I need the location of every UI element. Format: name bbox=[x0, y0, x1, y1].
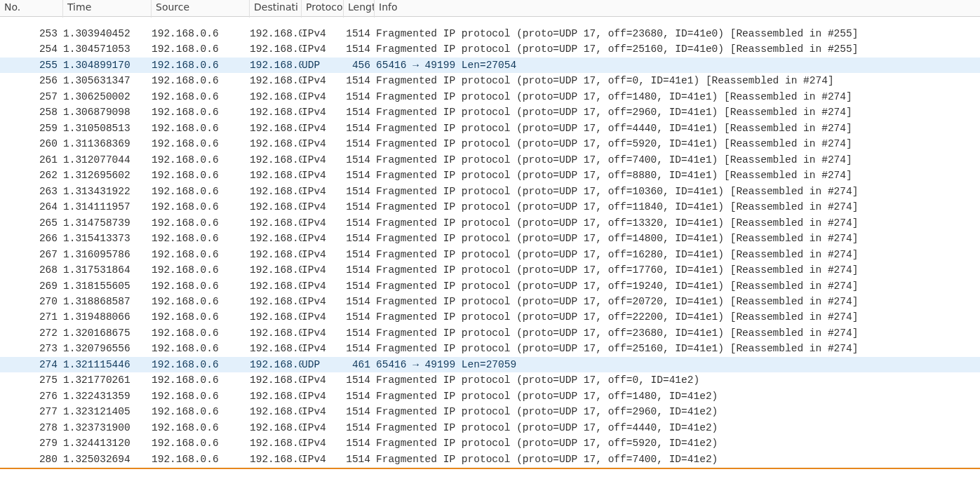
packet-protocol: IPv4 bbox=[302, 420, 344, 435]
packet-protocol: IPv4 bbox=[302, 247, 344, 262]
packet-no: 275 bbox=[0, 372, 63, 388]
packet-row[interactable]: 2701.318868587192.168.0.6192.168.0.IPv41… bbox=[0, 294, 980, 309]
packet-destination: 192.168.0. bbox=[250, 168, 302, 183]
packet-destination: 192.168.0. bbox=[250, 435, 302, 451]
packet-time: 1.324413120 bbox=[63, 435, 152, 451]
packet-time: 1.320796556 bbox=[63, 341, 152, 356]
packet-row[interactable]: 2791.324413120192.168.0.6192.168.0.IPv41… bbox=[0, 435, 980, 451]
packet-no: 269 bbox=[0, 278, 63, 294]
packet-info: Fragmented IP protocol (proto=UDP 17, of… bbox=[375, 372, 980, 388]
packet-row[interactable]: 2601.311368369192.168.0.6192.168.0.IPv41… bbox=[0, 136, 980, 151]
packet-no: 265 bbox=[0, 215, 63, 231]
packet-source: 192.168.0.6 bbox=[152, 404, 250, 419]
packet-info: Fragmented IP protocol (proto=UDP 17, of… bbox=[375, 294, 980, 309]
packet-info: Fragmented IP protocol (proto=UDP 17, of… bbox=[375, 278, 980, 294]
packet-length: 1514 bbox=[344, 184, 375, 199]
packet-time: 1.323121405 bbox=[63, 404, 152, 419]
packet-row[interactable]: 2641.314111957192.168.0.6192.168.0.IPv41… bbox=[0, 199, 980, 215]
packet-protocol: IPv4 bbox=[302, 26, 344, 41]
packet-length: 456 bbox=[344, 58, 375, 73]
packet-no: 271 bbox=[0, 309, 63, 325]
packet-protocol: IPv4 bbox=[302, 372, 344, 388]
packet-protocol: UDP bbox=[302, 58, 344, 73]
packet-row[interactable]: 2801.325032694192.168.0.6192.168.0.IPv41… bbox=[0, 452, 980, 467]
packet-no: 267 bbox=[0, 247, 63, 262]
packet-destination: 192.168.0. bbox=[250, 26, 302, 41]
packet-protocol: IPv4 bbox=[302, 168, 344, 183]
packet-row[interactable]: 2751.321770261192.168.0.6192.168.0.IPv41… bbox=[0, 372, 980, 388]
packet-protocol: UDP bbox=[302, 357, 344, 372]
packet-destination: 192.168.0. bbox=[250, 231, 302, 246]
packet-row[interactable]: 2611.312077044192.168.0.6192.168.0.IPv41… bbox=[0, 152, 980, 168]
packet-row[interactable]: 2761.322431359192.168.0.6192.168.0.IPv41… bbox=[0, 388, 980, 404]
packet-protocol: IPv4 bbox=[302, 341, 344, 356]
packet-row[interactable]: 2561.305631347192.168.0.6192.168.0.IPv41… bbox=[0, 73, 980, 88]
packet-protocol: IPv4 bbox=[302, 152, 344, 168]
packet-info: Fragmented IP protocol (proto=UDP 17, of… bbox=[375, 89, 980, 104]
packet-time: 1.315413373 bbox=[63, 231, 152, 246]
packet-source: 192.168.0.6 bbox=[152, 104, 250, 120]
column-header-protocol[interactable]: Protoco bbox=[302, 0, 344, 18]
column-header-source[interactable]: Source bbox=[152, 0, 250, 18]
packet-info: 65416 → 49199 Len=27059 bbox=[375, 357, 980, 372]
packet-length: 1514 bbox=[344, 452, 375, 467]
packet-time: 1.321770261 bbox=[63, 372, 152, 388]
packet-row[interactable]: 2731.320796556192.168.0.6192.168.0.IPv41… bbox=[0, 341, 980, 356]
packet-row[interactable]: 2651.314758739192.168.0.6192.168.0.IPv41… bbox=[0, 215, 980, 231]
packet-row[interactable]: 2551.304899170192.168.0.6192.168.0.UDP45… bbox=[0, 58, 980, 73]
packet-no: 273 bbox=[0, 341, 63, 356]
packet-time: 1.311368369 bbox=[63, 136, 152, 151]
divider-bar[interactable] bbox=[0, 468, 980, 469]
packet-row[interactable]: 2591.310508513192.168.0.6192.168.0.IPv41… bbox=[0, 121, 980, 136]
packet-no: 257 bbox=[0, 89, 63, 104]
packet-length: 1514 bbox=[344, 372, 375, 388]
packet-row[interactable]: 2691.318155605192.168.0.6192.168.0.IPv41… bbox=[0, 278, 980, 294]
packet-row[interactable]: 2621.312695602192.168.0.6192.168.0.IPv41… bbox=[0, 168, 980, 183]
packet-info: Fragmented IP protocol (proto=UDP 17, of… bbox=[375, 121, 980, 136]
packet-length: 1514 bbox=[344, 215, 375, 231]
packet-row[interactable]: 2771.323121405192.168.0.6192.168.0.IPv41… bbox=[0, 404, 980, 419]
packet-length: 1514 bbox=[344, 420, 375, 435]
packet-no: 258 bbox=[0, 104, 63, 120]
column-header-no[interactable]: No. bbox=[0, 0, 63, 18]
packet-destination: 192.168.0. bbox=[250, 372, 302, 388]
packet-time: 1.322431359 bbox=[63, 388, 152, 404]
packet-destination: 192.168.0. bbox=[250, 58, 302, 73]
packet-row[interactable]: 2781.323731900192.168.0.6192.168.0.IPv41… bbox=[0, 420, 980, 435]
packet-row[interactable] bbox=[0, 17, 980, 26]
packet-row[interactable]: 2671.316095786192.168.0.6192.168.0.IPv41… bbox=[0, 247, 980, 262]
packet-info: Fragmented IP protocol (proto=UDP 17, of… bbox=[375, 247, 980, 262]
packet-row[interactable]: 2541.304571053192.168.0.6192.168.0.IPv41… bbox=[0, 41, 980, 57]
packet-destination: 192.168.0. bbox=[250, 184, 302, 199]
packet-protocol: IPv4 bbox=[302, 435, 344, 451]
packet-destination: 192.168.0. bbox=[250, 278, 302, 294]
packet-row[interactable]: 2631.313431922192.168.0.6192.168.0.IPv41… bbox=[0, 184, 980, 199]
packet-row[interactable]: 2721.320168675192.168.0.6192.168.0.IPv41… bbox=[0, 325, 980, 341]
packet-protocol: IPv4 bbox=[302, 89, 344, 104]
column-header-length[interactable]: Lengt bbox=[344, 0, 375, 18]
packet-info: Fragmented IP protocol (proto=UDP 17, of… bbox=[375, 341, 980, 356]
packet-no: 272 bbox=[0, 325, 63, 341]
packet-destination: 192.168.0. bbox=[250, 104, 302, 120]
packet-destination: 192.168.0. bbox=[250, 262, 302, 278]
packet-row[interactable]: 2571.306250002192.168.0.6192.168.0.IPv41… bbox=[0, 89, 980, 104]
packet-row[interactable]: 2681.317531864192.168.0.6192.168.0.IPv41… bbox=[0, 262, 980, 278]
packet-length: 1514 bbox=[344, 247, 375, 262]
packet-row[interactable]: 2741.321115446192.168.0.6192.168.0.UDP46… bbox=[0, 357, 980, 372]
packet-time: 1.304571053 bbox=[63, 41, 152, 57]
packet-protocol: IPv4 bbox=[302, 452, 344, 467]
column-header-info[interactable]: Info bbox=[375, 0, 980, 18]
packet-row[interactable]: 2581.306879098192.168.0.6192.168.0.IPv41… bbox=[0, 104, 980, 120]
column-header-destination[interactable]: Destinati bbox=[250, 0, 302, 18]
packet-destination: 192.168.0. bbox=[250, 199, 302, 215]
packet-destination: 192.168.0. bbox=[250, 294, 302, 309]
packet-source: 192.168.0.6 bbox=[152, 215, 250, 231]
packet-length: 461 bbox=[344, 357, 375, 372]
packet-row[interactable]: 2661.315413373192.168.0.6192.168.0.IPv41… bbox=[0, 231, 980, 246]
packet-info: Fragmented IP protocol (proto=UDP 17, of… bbox=[375, 262, 980, 278]
packet-row[interactable]: 2711.319488066192.168.0.6192.168.0.IPv41… bbox=[0, 309, 980, 325]
packet-time: 1.318155605 bbox=[63, 278, 152, 294]
column-header-time[interactable]: Time bbox=[63, 0, 152, 18]
packet-time: 1.325032694 bbox=[63, 452, 152, 467]
packet-row[interactable]: 2531.303940452192.168.0.6192.168.0.IPv41… bbox=[0, 26, 980, 41]
